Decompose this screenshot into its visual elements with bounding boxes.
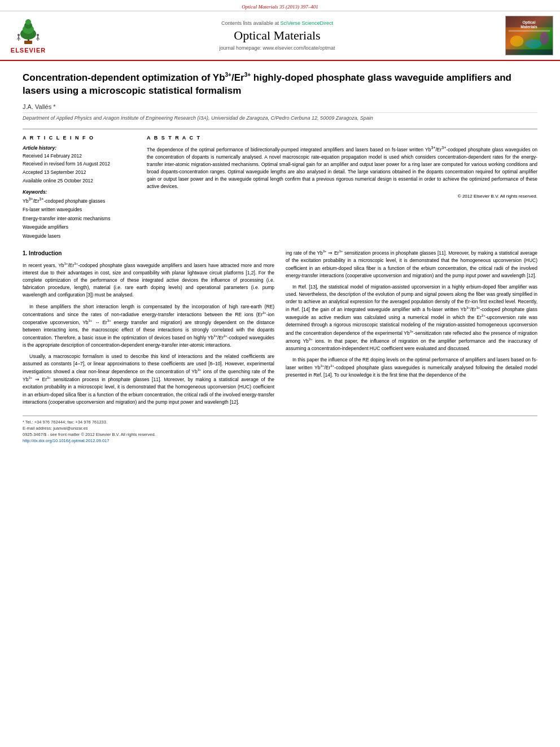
right-para-3: In this paper the influence of the RE do…: [286, 356, 537, 379]
sciverse-link[interactable]: SciVerse ScienceDirect: [281, 20, 334, 26]
abstract-title: A B S T R A C T: [147, 135, 537, 141]
body-right-column: ing rate of the Yb3+ ⇒ Er3+ sensitizatio…: [286, 249, 537, 410]
top-bar: Optical Materials 35 (2013) 397–401: [0, 0, 560, 11]
journal-reference: Optical Materials 35 (2013) 397–401: [242, 4, 318, 10]
intro-para-2: In these amplifiers the short interactio…: [23, 303, 274, 350]
keyword-2: Fs-laser written waveguides: [23, 206, 135, 214]
article-info-column: A R T I C L E I N F O Article history: R…: [23, 135, 135, 242]
footnote-area: * Tel.: +34 976 762444; fax: +34 976 761…: [23, 416, 537, 443]
elsevier-tree-icon: [13, 18, 44, 45]
svg-rect-22: [506, 49, 553, 55]
abstract-column: A B S T R A C T The dependence of the op…: [147, 135, 537, 242]
paper-title: Concentration-dependent optimization of …: [23, 71, 537, 98]
svg-point-4: [25, 19, 31, 25]
article-info-title: A R T I C L E I N F O: [23, 135, 135, 141]
keyword-4: Waveguide amplifiers: [23, 224, 135, 231]
svg-rect-18: [508, 30, 549, 32]
svg-point-6: [18, 34, 20, 36]
available-date: Available online 25 October 2012: [23, 177, 135, 185]
issn-footnote: 0925-3467/$ - see front matter © 2012 El…: [23, 432, 537, 437]
keyword-5: Waveguide lasers: [23, 233, 135, 241]
svg-point-20: [525, 40, 541, 49]
homepage-line: journal homepage: www.elsevier.com/locat…: [219, 45, 335, 51]
page: Optical Materials 35 (2013) 397–401: [0, 0, 560, 747]
intro-para-3: Usually, a macroscopic formalism is used…: [23, 353, 274, 406]
affiliation: Department of Applied Physics and Aragon…: [23, 112, 537, 121]
body-left-column: 1. Introduction In recent years, Yb3+/Er…: [23, 249, 274, 410]
journal-logo-image: Optical Materials: [505, 16, 553, 55]
article-info-abstract-section: A R T I C L E I N F O Article history: R…: [23, 129, 537, 242]
sciverse-line: Contents lists available at SciVerse Sci…: [221, 20, 333, 26]
right-para-2: In Ref. [13], the statistical model of m…: [286, 283, 537, 352]
body-content: 1. Introduction In recent years, Yb3+/Er…: [23, 249, 537, 410]
journal-title: Optical Materials: [234, 28, 320, 43]
svg-text:Optical: Optical: [522, 20, 535, 25]
main-content: Concentration-dependent optimization of …: [0, 61, 560, 456]
right-para-1: ing rate of the Yb3+ ⇒ Er3+ sensitizatio…: [286, 249, 537, 279]
elsevier-logo: ELSEVIER: [6, 16, 51, 55]
accepted-date: Accepted 13 September 2012: [23, 169, 135, 176]
author-name: J.A. Vallés *: [23, 103, 56, 110]
star-footnote: * Tel.: +34 976 762444; fax: +34 976 761…: [23, 420, 537, 425]
elsevier-text: ELSEVIER: [11, 47, 46, 54]
received-date: Received 14 February 2012: [23, 152, 135, 160]
svg-rect-5: [24, 41, 32, 44]
intro-para-1: In recent years, Yb3+/Er3+-codoped phosp…: [23, 261, 274, 299]
doi-footnote[interactable]: http://dx.doi.org/10.1016/j.optmat.2012.…: [23, 438, 537, 443]
svg-point-21: [540, 32, 549, 45]
article-history-title: Article history:: [23, 145, 135, 151]
header-center: Contents lists available at SciVerse Sci…: [56, 16, 498, 55]
copyright-text: © 2012 Elsevier B.V. All rights reserved…: [147, 194, 537, 199]
svg-point-10: [37, 34, 39, 36]
header-area: ELSEVIER Contents lists available at Sci…: [0, 11, 560, 61]
svg-text:Materials: Materials: [520, 25, 537, 29]
abstract-text: The dependence of the optimal performanc…: [147, 145, 537, 191]
authors: J.A. Vallés *: [23, 103, 537, 110]
keywords-section: Keywords: Yb3+/Er3+-codoped phosphate gl…: [23, 189, 135, 241]
revised-date: Received in revised form 16 August 2012: [23, 160, 135, 168]
keywords-title: Keywords:: [23, 189, 135, 195]
keyword-1: Yb3+/Er3+-codoped phosphate glasses: [23, 196, 135, 205]
svg-point-19: [510, 36, 523, 47]
email-footnote: E-mail address: juanval@unizar.es: [23, 426, 537, 431]
journal-logo-box: Optical Materials: [504, 16, 554, 55]
intro-heading: 1. Introduction: [23, 249, 274, 258]
keyword-3: Energy-transfer inter-atomic mechanisms: [23, 215, 135, 223]
